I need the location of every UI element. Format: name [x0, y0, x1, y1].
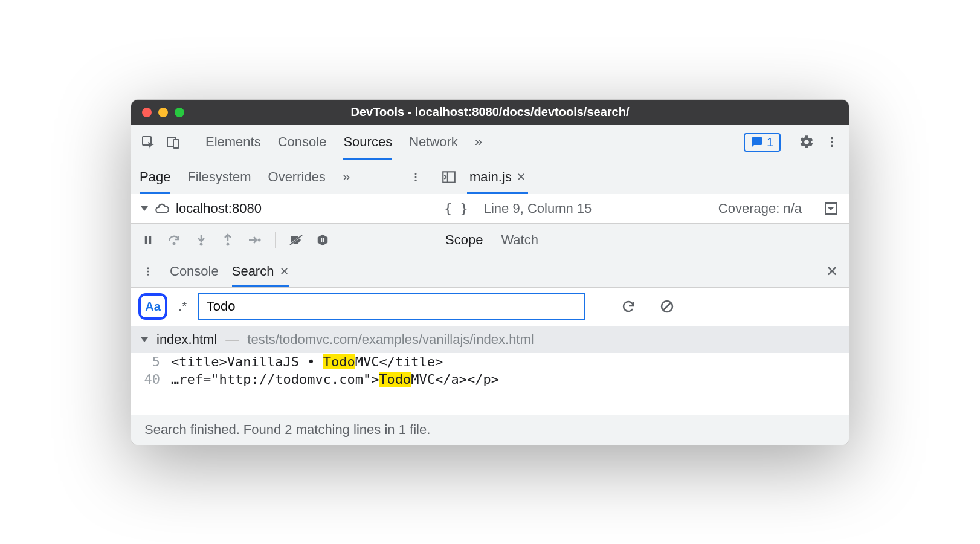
- file-tab-mainjs[interactable]: main.js ✕: [467, 160, 528, 194]
- deactivate-breakpoints-icon[interactable]: [288, 232, 305, 248]
- svg-point-16: [227, 242, 230, 245]
- step-icon[interactable]: [246, 232, 263, 248]
- inspect-element-icon[interactable]: [137, 131, 159, 153]
- kebab-menu-icon[interactable]: [821, 131, 843, 153]
- debug-sidebar-tabs: Scope Watch: [433, 224, 849, 256]
- file-tree-host[interactable]: localhost:8080: [131, 194, 433, 223]
- svg-point-23: [147, 271, 149, 273]
- disclosure-triangle-icon: [141, 337, 148, 342]
- settings-icon[interactable]: [796, 131, 817, 153]
- drawer-tab-search-label: Search: [232, 264, 274, 279]
- disclosure-triangle-icon: [141, 206, 148, 211]
- search-status-footer: Search finished. Found 2 matching lines …: [131, 415, 849, 445]
- drawer-tabs: Console Search ✕ ✕: [131, 256, 849, 288]
- svg-rect-12: [145, 236, 147, 244]
- line-content: …ref="http://todomvc.com">TodoMVC</a></p…: [171, 372, 499, 387]
- result-file-name: index.html: [156, 332, 217, 348]
- tab-sources[interactable]: Sources: [343, 125, 392, 160]
- svg-rect-20: [321, 238, 322, 242]
- results-spacer: [131, 388, 849, 415]
- tab-watch[interactable]: Watch: [501, 232, 538, 248]
- svg-point-15: [200, 242, 203, 245]
- coverage-status: Coverage: n/a: [718, 201, 802, 216]
- svg-point-7: [415, 176, 417, 178]
- feedback-count: 1: [767, 135, 773, 149]
- search-input[interactable]: [198, 293, 585, 320]
- separator: [788, 133, 788, 151]
- search-status-text: Search finished. Found 2 matching lines …: [144, 422, 430, 438]
- separator: —: [225, 332, 239, 348]
- tab-console[interactable]: Console: [278, 125, 327, 160]
- cursor-position: Line 9, Column 15: [484, 201, 592, 216]
- svg-point-17: [258, 238, 261, 241]
- line-number: 40: [141, 372, 160, 387]
- feedback-badge[interactable]: 1: [744, 133, 781, 152]
- step-over-icon[interactable]: [166, 232, 183, 248]
- main-toolbar: Elements Console Sources Network » 1: [131, 125, 849, 160]
- pause-on-exceptions-icon[interactable]: [314, 232, 331, 248]
- pause-icon[interactable]: [140, 232, 156, 248]
- svg-rect-13: [149, 236, 152, 244]
- drawer-more-icon[interactable]: [140, 263, 156, 280]
- cloud-icon: [154, 201, 170, 216]
- tab-filesystem[interactable]: Filesystem: [187, 160, 251, 194]
- devtools-window: DevTools - localhost:8080/docs/devtools/…: [131, 99, 849, 445]
- tab-scope[interactable]: Scope: [445, 232, 483, 248]
- tab-overflow[interactable]: »: [475, 125, 482, 160]
- line-content: <title>VanillaJS • TodoMVC</title>: [171, 354, 443, 369]
- svg-point-5: [831, 145, 833, 147]
- window-title: DevTools - localhost:8080/docs/devtools/…: [131, 105, 849, 119]
- debugger-row: Scope Watch: [131, 224, 849, 256]
- regex-toggle[interactable]: .*: [176, 299, 190, 314]
- window-close-button[interactable]: [142, 108, 152, 117]
- traffic-lights: [131, 108, 184, 117]
- result-line[interactable]: 5 <title>VanillaJS • TodoMVC</title>: [131, 353, 849, 371]
- tab-elements[interactable]: Elements: [205, 125, 261, 160]
- debugger-toolbar: [131, 224, 433, 256]
- refresh-search-icon[interactable]: [617, 296, 639, 317]
- search-bar: Aa .*: [131, 288, 849, 326]
- step-into-icon[interactable]: [193, 232, 210, 248]
- show-navigator-icon[interactable]: [439, 167, 459, 187]
- svg-point-4: [831, 141, 833, 143]
- step-out-icon[interactable]: [219, 232, 236, 248]
- navigator-pane: Page Filesystem Overrides » localhost:80…: [131, 160, 433, 223]
- match-case-toggle[interactable]: Aa: [138, 293, 167, 320]
- titlebar: DevTools - localhost:8080/docs/devtools/…: [131, 100, 849, 125]
- svg-rect-21: [323, 238, 324, 242]
- result-line[interactable]: 40 …ref="http://todomvc.com">TodoMVC</a>…: [131, 371, 849, 388]
- editor-status: { } Line 9, Column 15 Coverage: n/a: [433, 194, 849, 223]
- device-toolbar-icon[interactable]: [163, 131, 184, 153]
- close-drawer-tab-icon[interactable]: ✕: [280, 265, 289, 278]
- editor-tabs: main.js ✕: [433, 160, 849, 194]
- dropdown-icon[interactable]: [824, 201, 838, 216]
- navigator-more-icon[interactable]: [407, 169, 424, 186]
- feedback-icon: [751, 136, 763, 148]
- svg-rect-2: [173, 140, 179, 148]
- result-file-path: tests/todomvc.com/examples/vanillajs/ind…: [247, 332, 534, 348]
- close-drawer-icon[interactable]: ✕: [824, 263, 840, 280]
- clear-search-icon[interactable]: [656, 296, 678, 317]
- sources-split: Page Filesystem Overrides » localhost:80…: [131, 160, 849, 224]
- svg-line-26: [663, 303, 671, 310]
- tab-network[interactable]: Network: [409, 125, 458, 160]
- editor-pane: main.js ✕ { } Line 9, Column 15 Coverage…: [433, 160, 849, 223]
- result-file-header[interactable]: index.html — tests/todomvc.com/examples/…: [131, 326, 849, 353]
- tab-nav-overflow[interactable]: »: [343, 160, 350, 194]
- separator: [275, 232, 276, 248]
- svg-point-24: [147, 274, 149, 276]
- close-file-icon[interactable]: ✕: [517, 170, 526, 184]
- drawer-tab-search[interactable]: Search ✕: [232, 256, 289, 287]
- window-minimize-button[interactable]: [158, 108, 168, 117]
- tab-page[interactable]: Page: [140, 160, 170, 194]
- format-code-button[interactable]: { }: [444, 201, 468, 216]
- svg-point-6: [415, 173, 417, 175]
- window-zoom-button[interactable]: [175, 108, 184, 117]
- svg-point-14: [173, 242, 176, 245]
- host-label: localhost:8080: [176, 201, 262, 216]
- tab-overrides[interactable]: Overrides: [268, 160, 326, 194]
- drawer-tab-console[interactable]: Console: [170, 256, 219, 287]
- line-number: 5: [141, 354, 160, 369]
- separator: [192, 133, 192, 151]
- navigator-tabs: Page Filesystem Overrides »: [131, 160, 433, 194]
